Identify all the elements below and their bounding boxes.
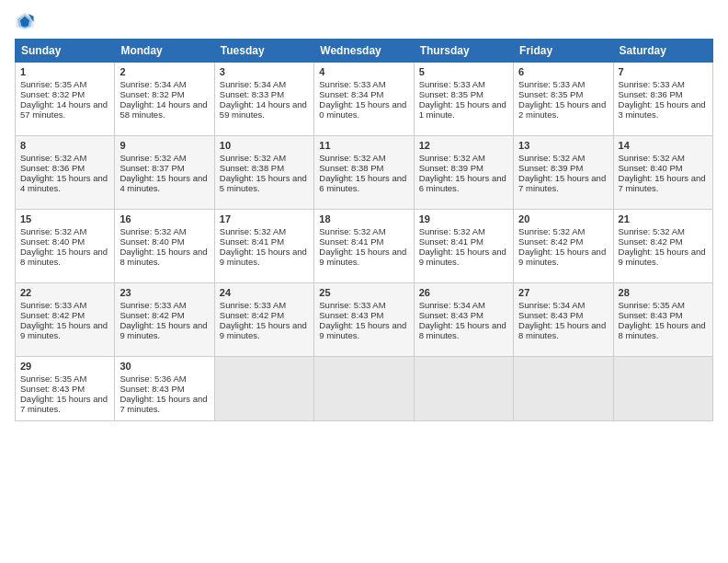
daylight-text: Daylight: 15 hours and 2 minutes. [518,99,606,120]
sunset-text: Sunset: 8:42 PM [619,236,683,247]
sunset-text: Sunset: 8:43 PM [619,310,683,320]
sunrise-text: Sunrise: 5:34 AM [419,300,485,310]
day-number: 8 [20,140,109,151]
sunrise-text: Sunrise: 5:33 AM [419,79,485,89]
day-number: 24 [220,287,309,298]
calendar-cell [414,357,513,421]
day-number: 17 [220,213,309,224]
day-number: 27 [518,287,608,298]
calendar-cell: 1Sunrise: 5:35 AMSunset: 8:32 PMDaylight… [16,63,115,136]
daylight-text: Daylight: 15 hours and 5 minutes. [220,173,307,193]
calendar-cell [314,357,414,421]
daylight-text: Daylight: 15 hours and 7 minutes. [20,394,108,414]
calendar-week-3: 15Sunrise: 5:32 AMSunset: 8:40 PMDayligh… [16,210,713,283]
sunrise-text: Sunrise: 5:33 AM [20,300,86,310]
day-number: 7 [619,66,708,77]
calendar-cell: 28Sunrise: 5:35 AMSunset: 8:43 PMDayligh… [613,283,712,357]
daylight-text: Daylight: 14 hours and 57 minutes. [20,99,108,120]
calendar-cell: 2Sunrise: 5:34 AMSunset: 8:32 PMDaylight… [115,63,214,136]
daylight-text: Daylight: 15 hours and 4 minutes. [119,173,207,193]
sunrise-text: Sunrise: 5:33 AM [319,79,385,89]
calendar-cell: 9Sunrise: 5:32 AMSunset: 8:37 PMDaylight… [115,136,214,210]
daylight-text: Daylight: 15 hours and 6 minutes. [419,173,506,193]
calendar-cell: 13Sunrise: 5:32 AMSunset: 8:39 PMDayligh… [514,136,613,210]
sunset-text: Sunset: 8:42 PM [220,310,284,320]
logo-icon [15,11,35,31]
sunset-text: Sunset: 8:36 PM [619,89,683,99]
sunset-text: Sunset: 8:35 PM [419,89,483,99]
day-number: 10 [220,140,309,151]
sunset-text: Sunset: 8:40 PM [619,163,683,173]
sunrise-text: Sunrise: 5:35 AM [619,300,685,310]
day-number: 11 [319,140,408,151]
header [15,11,713,31]
day-number: 12 [419,140,508,151]
sunset-text: Sunset: 8:39 PM [419,163,483,173]
sunset-text: Sunset: 8:32 PM [20,89,85,99]
daylight-text: Daylight: 15 hours and 4 minutes. [20,173,108,193]
day-header-wednesday: Wednesday [314,40,414,63]
calendar-week-2: 8Sunrise: 5:32 AMSunset: 8:36 PMDaylight… [16,136,713,210]
sunset-text: Sunset: 8:41 PM [319,236,383,247]
sunrise-text: Sunrise: 5:33 AM [319,300,385,310]
sunset-text: Sunset: 8:34 PM [319,89,383,99]
sunset-text: Sunset: 8:35 PM [518,89,583,99]
day-number: 25 [319,287,408,298]
daylight-text: Daylight: 15 hours and 8 minutes. [619,320,706,340]
sunrise-text: Sunrise: 5:36 AM [119,373,186,384]
calendar-cell: 3Sunrise: 5:34 AMSunset: 8:33 PMDaylight… [214,63,313,136]
calendar-cell: 8Sunrise: 5:32 AMSunset: 8:36 PMDaylight… [16,136,115,210]
sunrise-text: Sunrise: 5:32 AM [20,226,86,236]
calendar-cell: 14Sunrise: 5:32 AMSunset: 8:40 PMDayligh… [613,136,712,210]
daylight-text: Daylight: 15 hours and 9 minutes. [319,247,406,267]
sunrise-text: Sunrise: 5:34 AM [518,300,585,310]
sunrise-text: Sunrise: 5:32 AM [119,153,186,163]
daylight-text: Daylight: 15 hours and 1 minute. [419,99,506,120]
day-number: 6 [518,66,608,77]
day-number: 19 [419,213,508,224]
calendar-cell: 30Sunrise: 5:36 AMSunset: 8:43 PMDayligh… [115,357,214,421]
sunrise-text: Sunrise: 5:33 AM [119,300,186,310]
day-number: 26 [419,287,508,298]
sunrise-text: Sunrise: 5:32 AM [419,226,485,236]
sunset-text: Sunset: 8:40 PM [20,236,85,247]
page: SundayMondayTuesdayWednesdayThursdayFrid… [0,0,728,563]
day-header-thursday: Thursday [414,40,513,63]
sunset-text: Sunset: 8:43 PM [20,384,85,394]
sunrise-text: Sunrise: 5:32 AM [319,153,385,163]
sunrise-text: Sunrise: 5:33 AM [220,300,286,310]
calendar-cell: 24Sunrise: 5:33 AMSunset: 8:42 PMDayligh… [214,283,313,357]
sunset-text: Sunset: 8:39 PM [518,163,583,173]
sunrise-text: Sunrise: 5:32 AM [619,153,685,163]
sunset-text: Sunset: 8:37 PM [119,163,184,173]
daylight-text: Daylight: 15 hours and 7 minutes. [518,173,606,193]
calendar-cell: 11Sunrise: 5:32 AMSunset: 8:38 PMDayligh… [314,136,414,210]
calendar-cell: 6Sunrise: 5:33 AMSunset: 8:35 PMDaylight… [514,63,613,136]
day-number: 2 [119,66,209,77]
day-header-saturday: Saturday [613,40,712,63]
calendar-cell [514,357,613,421]
calendar-cell: 7Sunrise: 5:33 AMSunset: 8:36 PMDaylight… [613,63,712,136]
sunset-text: Sunset: 8:38 PM [220,163,284,173]
daylight-text: Daylight: 15 hours and 6 minutes. [319,173,406,193]
calendar-cell: 23Sunrise: 5:33 AMSunset: 8:42 PMDayligh… [115,283,214,357]
calendar-week-1: 1Sunrise: 5:35 AMSunset: 8:32 PMDaylight… [16,63,713,136]
day-number: 30 [119,361,209,372]
calendar-cell: 26Sunrise: 5:34 AMSunset: 8:43 PMDayligh… [414,283,513,357]
calendar-cell: 20Sunrise: 5:32 AMSunset: 8:42 PMDayligh… [514,210,613,283]
day-number: 22 [20,287,109,298]
sunset-text: Sunset: 8:33 PM [220,89,284,99]
sunset-text: Sunset: 8:36 PM [20,163,85,173]
day-number: 18 [319,213,408,224]
sunset-text: Sunset: 8:43 PM [518,310,583,320]
sunset-text: Sunset: 8:32 PM [119,89,184,99]
sunset-text: Sunset: 8:40 PM [119,236,184,247]
day-number: 23 [119,287,209,298]
sunset-text: Sunset: 8:43 PM [319,310,383,320]
daylight-text: Daylight: 15 hours and 9 minutes. [419,247,506,267]
sunrise-text: Sunrise: 5:32 AM [119,226,186,236]
calendar-cell: 12Sunrise: 5:32 AMSunset: 8:39 PMDayligh… [414,136,513,210]
sunset-text: Sunset: 8:42 PM [119,310,184,320]
day-number: 21 [619,213,708,224]
calendar-cell [613,357,712,421]
